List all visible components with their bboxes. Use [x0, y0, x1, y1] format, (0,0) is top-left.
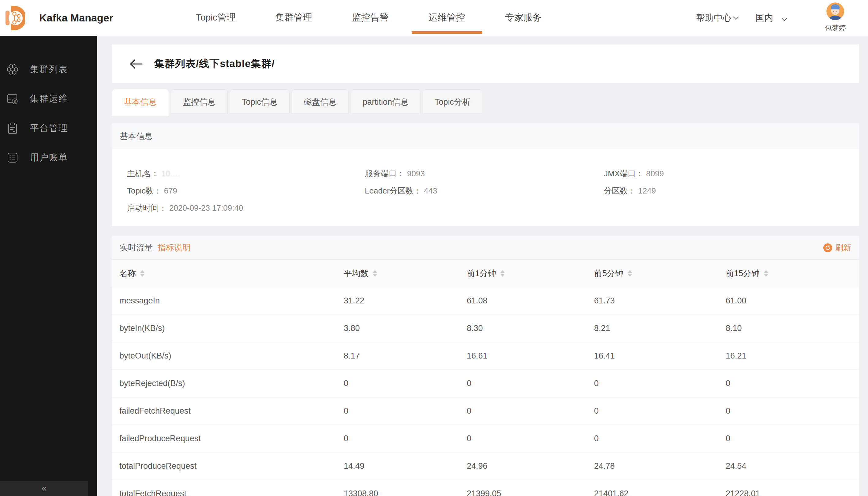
cell-avg: 0	[344, 406, 467, 416]
region-selector[interactable]: 国内	[755, 0, 773, 36]
sidebar-collapse-button[interactable]: «	[0, 481, 88, 496]
cell-last15min: 0	[726, 379, 859, 388]
realtime-traffic-title: 实时流量	[120, 242, 153, 253]
chevron-down-icon	[733, 14, 739, 20]
page-title-bar: 集群列表/线下stable集群/	[112, 44, 859, 83]
refresh-button[interactable]: 刷新	[823, 243, 851, 253]
main-content: 集群列表/线下stable集群/ 基本信息 监控信息 Topic信息 磁盘信息 …	[97, 36, 868, 496]
refresh-label: 刷新	[835, 243, 851, 253]
sort-carets-icon[interactable]	[373, 270, 377, 277]
basic-info-card: 基本信息 主机名： 10.… 服务端口： 9093 JMX端口： 8099	[112, 123, 859, 226]
tab[interactable]: 监控信息	[171, 89, 228, 114]
sidebar-item-label: 平台管理	[30, 122, 68, 135]
column-header-last5min[interactable]: 前5分钟	[594, 268, 726, 279]
cell-last5min: 61.73	[594, 296, 726, 306]
column-header-last1min[interactable]: 前1分钟	[467, 268, 594, 279]
cell-last5min: 16.41	[594, 351, 726, 361]
cell-last15min: 24.54	[726, 461, 859, 471]
breadcrumb-title: 集群列表/线下stable集群/	[154, 57, 275, 71]
cell-last5min: 8.21	[594, 324, 726, 333]
cell-last15min: 8.10	[726, 324, 859, 333]
tab[interactable]: partition信息	[351, 89, 421, 114]
info-field-label: JMX端口：	[604, 168, 644, 179]
list-icon	[6, 151, 19, 164]
table-row: failedProduceRequest 0 0 0 0	[112, 425, 859, 452]
info-field-label: 分区数：	[604, 186, 636, 196]
top-nav-item[interactable]: 监控告警	[352, 0, 389, 36]
cell-last1min: 21399.05	[467, 489, 594, 496]
table-row: failedFetchRequest 0 0 0 0	[112, 398, 859, 425]
column-header-last15min[interactable]: 前15分钟	[726, 268, 859, 279]
table-row: messageIn 31.22 61.08 61.73 61.00	[112, 287, 859, 315]
info-field-value: 443	[424, 186, 437, 196]
realtime-traffic-card: 实时流量 指标说明 刷新 名称 平均数 前1分钟	[112, 236, 859, 496]
app-title: Kafka Manager	[39, 0, 113, 36]
info-field-label: 启动时间：	[127, 203, 167, 213]
back-arrow-icon[interactable]	[129, 59, 143, 69]
tab[interactable]: Topic信息	[230, 89, 289, 114]
cell-last1min: 8.30	[467, 324, 594, 333]
cluster-detail-tabs: 基本信息 监控信息 Topic信息 磁盘信息 partition信息 Topic…	[112, 89, 859, 116]
region-dropdown[interactable]	[782, 16, 786, 21]
help-center-label: 帮助中心	[696, 0, 731, 36]
top-navigation: Topic管理 集群管理 监控告警 运维管控 专家服务	[196, 0, 542, 36]
sort-carets-icon[interactable]	[764, 270, 768, 277]
cell-metric-name: totalFetchRequest	[120, 489, 344, 496]
info-field-label: Topic数：	[127, 186, 162, 196]
cell-last1min: 24.96	[467, 461, 594, 471]
sidebar-item-label: 集群运维	[30, 93, 68, 105]
sort-carets-icon[interactable]	[628, 270, 632, 277]
cell-last15min: 61.00	[726, 296, 859, 306]
avatar[interactable]	[826, 2, 844, 20]
cell-last15min: 16.21	[726, 351, 859, 361]
cell-last15min: 0	[726, 406, 859, 416]
clipboard-icon	[6, 122, 19, 135]
info-field-value: 2020-09-23 17:09:40	[169, 203, 243, 213]
info-field-value: 679	[164, 186, 177, 196]
info-field: 主机名： 10.…	[127, 168, 365, 179]
cell-last15min: 21228.01	[726, 489, 859, 496]
chevron-down-icon	[782, 15, 787, 21]
sidebar-item-user-billing[interactable]: 用户账单	[0, 143, 97, 172]
sidebar-item-label: 集群列表	[30, 63, 68, 76]
top-nav-item[interactable]: Topic管理	[196, 0, 236, 36]
cell-avg: 0	[344, 379, 467, 388]
cell-avg: 8.17	[344, 351, 467, 361]
sidebar-item-cluster-list[interactable]: 集群列表	[0, 55, 97, 84]
column-header-name[interactable]: 名称	[120, 268, 344, 279]
top-nav-item[interactable]: 运维管控	[428, 0, 465, 36]
top-nav-item[interactable]: 专家服务	[505, 0, 542, 36]
app-logo-icon	[5, 5, 25, 32]
column-header-avg[interactable]: 平均数	[344, 268, 467, 279]
cell-metric-name: totalProduceRequest	[120, 461, 344, 471]
basic-info-card-title: 基本信息	[120, 131, 153, 142]
cell-avg: 13308.80	[344, 489, 467, 496]
tab[interactable]: 磁盘信息	[292, 89, 349, 114]
table-row: totalFetchRequest 13308.80 21399.05 2140…	[112, 480, 859, 496]
basic-info-card-header: 基本信息	[112, 123, 859, 149]
sort-carets-icon[interactable]	[140, 270, 144, 277]
traffic-table-header: 名称 平均数 前1分钟 前5分钟 前15分钟	[112, 260, 859, 287]
info-field: JMX端口： 8099	[604, 168, 859, 179]
tab[interactable]: Topic分析	[423, 89, 483, 114]
top-nav-item[interactable]: 集群管理	[275, 0, 312, 36]
cell-last5min: 24.78	[594, 461, 726, 471]
cell-metric-name: messageIn	[120, 296, 344, 306]
sidebar-item-platform-admin[interactable]: 平台管理	[0, 113, 97, 143]
sidebar: 集群列表 $ 集群运维 平台管理	[0, 36, 97, 496]
info-field-label: Leader分区数：	[365, 186, 422, 196]
info-field: 服务端口： 9093	[365, 168, 604, 179]
info-field-value: 8099	[646, 169, 664, 179]
tab[interactable]: 基本信息	[112, 89, 169, 116]
metric-description-link[interactable]: 指标说明	[158, 242, 191, 253]
app-header: Kafka Manager Topic管理 集群管理 监控告警 运维管控 专家服…	[0, 0, 868, 36]
cell-last5min: 0	[594, 379, 726, 388]
sort-carets-icon[interactable]	[501, 270, 505, 277]
info-field-label: 服务端口：	[365, 168, 405, 179]
info-field-value: 9093	[407, 169, 425, 179]
sidebar-item-cluster-ops[interactable]: $ 集群运维	[0, 84, 97, 113]
svg-text:$: $	[14, 99, 16, 104]
help-center-menu[interactable]: 帮助中心	[696, 0, 738, 36]
cell-last5min: 0	[594, 406, 726, 416]
cell-avg: 14.49	[344, 461, 467, 471]
